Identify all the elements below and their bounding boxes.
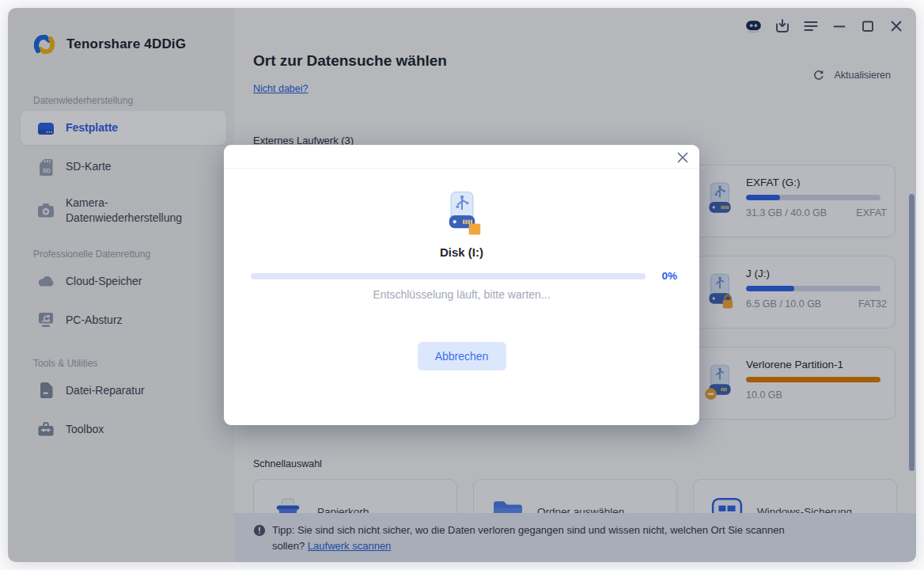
decryption-progress-dialog: Disk (I:) 0% Entschlüsselung läuft, bitt… xyxy=(224,145,699,425)
dialog-header xyxy=(224,145,699,169)
app-window: Tenorshare 4DDiG Datenwiederherstellung … xyxy=(8,8,916,562)
dialog-drive-name: Disk (I:) xyxy=(224,245,699,259)
cancel-button[interactable]: Abbrechen xyxy=(418,342,506,370)
progress-track xyxy=(251,273,646,279)
usb-drive-encrypted-icon xyxy=(440,189,484,235)
decryption-progress: 0% xyxy=(251,270,677,282)
status-text: Entschlüsselung läuft, bitte warten... xyxy=(224,288,699,301)
progress-percent: 0% xyxy=(646,270,677,282)
dialog-close-icon[interactable] xyxy=(676,150,690,165)
